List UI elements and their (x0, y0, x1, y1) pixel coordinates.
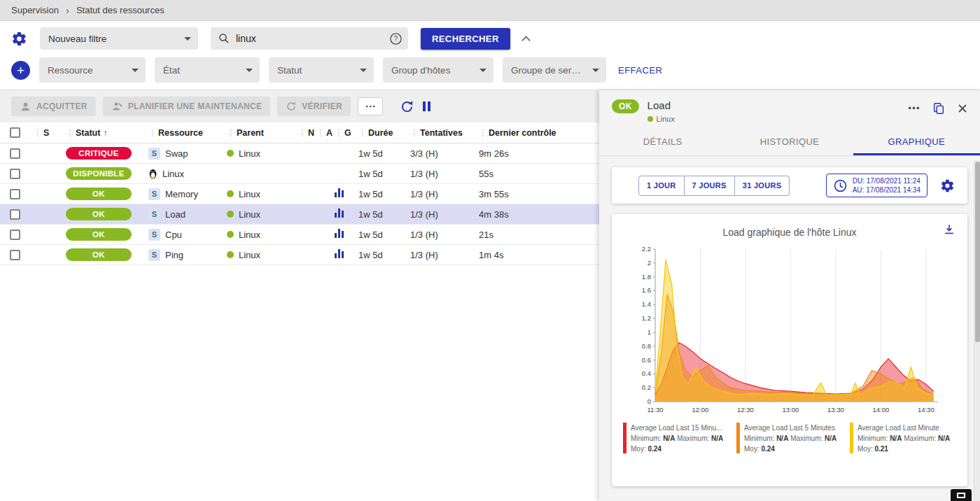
status-badge: OK (66, 188, 132, 200)
set-maintenance-button[interactable]: PLANIFIER UNE MAINTENANCE (103, 97, 271, 116)
graph-settings-gear-icon[interactable] (940, 178, 955, 193)
search-help-icon[interactable]: ? (389, 32, 402, 45)
collapse-filters-chevron-icon[interactable] (522, 36, 531, 45)
export-download-icon[interactable] (942, 223, 956, 237)
tab-details[interactable]: DÉTAILS (599, 129, 726, 155)
check-button[interactable]: VÉRIFIER (277, 97, 351, 116)
svg-text:0.8: 0.8 (642, 342, 651, 350)
clear-filters-button[interactable]: EFFACER (618, 65, 662, 76)
range-31-days-button[interactable]: 31 JOURS (735, 176, 790, 196)
table-row[interactable]: OK SPing Linux 1w 5d 1/3 (H) 1m 4s (0, 245, 599, 265)
graph-chart-icon[interactable] (335, 229, 344, 238)
row-checkbox[interactable] (10, 189, 20, 199)
col-header-state[interactable]: ⋮S (34, 128, 66, 138)
saved-filter-select[interactable]: Nouveau filtre (40, 27, 198, 50)
parent-name: Linux (239, 189, 260, 199)
legend-item-load15[interactable]: Average Load Last 15 Minu... Minimum: N/… (623, 423, 729, 454)
criteria-select-etat[interactable]: État (155, 57, 260, 83)
host-status-dot (648, 116, 653, 122)
criteria-select-groupe-hotes[interactable]: Group d'hôtes (383, 57, 493, 83)
breadcrumb-current-page: Statut des ressources (76, 5, 164, 15)
pause-autorefresh-icon[interactable] (423, 101, 430, 111)
drag-handle-icon: ⋮ (335, 128, 343, 138)
refresh-icon[interactable] (400, 99, 414, 114)
table-row[interactable]: OK SMemory Linux 1w 5d 1/3 (H) 3m 55s (0, 184, 599, 204)
criteria-select-ressource[interactable]: Ressource (39, 57, 146, 83)
tries-value: 1/3 (H) (410, 230, 479, 240)
acknowledge-button[interactable]: ACQUITTER (11, 97, 96, 116)
graph-chart-icon[interactable] (335, 249, 344, 258)
tab-historique[interactable]: HISTORIQUE (726, 129, 853, 155)
legend-item-load5[interactable]: Average Load Last 5 Minutes Minimum: N/A… (736, 423, 843, 454)
row-checkbox[interactable] (10, 209, 20, 220)
custom-time-range-button[interactable]: DU: 17/08/2021 11:24 AU: 17/08/2021 14:3… (826, 174, 927, 197)
criteria-select-statut[interactable]: Statut (269, 57, 374, 83)
close-panel-icon[interactable] (958, 104, 967, 113)
row-checkbox[interactable] (10, 250, 20, 260)
resource-name: Swap (165, 148, 188, 159)
search-button[interactable]: RECHERCHER (421, 28, 510, 50)
graph-chart-icon[interactable] (335, 209, 344, 218)
select-all-checkbox[interactable] (10, 127, 20, 138)
table-row[interactable]: CRITIQUE SSwap Linux 1w 5d 3/3 (H) 9m 26… (0, 143, 599, 164)
row-checkbox[interactable] (10, 169, 20, 179)
row-checkbox[interactable] (10, 230, 20, 240)
last-check-value: 21s (479, 230, 599, 240)
range-7-days-button[interactable]: 7 JOURS (685, 176, 735, 196)
service-type-chip: S (148, 209, 160, 220)
svg-text:12:30: 12:30 (737, 406, 754, 414)
range-1-day-button[interactable]: 1 JOUR (638, 176, 685, 196)
tries-value: 3/3 (H) (410, 148, 479, 159)
svg-text:14:00: 14:00 (872, 406, 889, 414)
drag-handle-icon: ⋮ (316, 128, 325, 138)
load-chart[interactable]: 11:3012:0012:3013:0013:3014:0014:3000.20… (631, 242, 948, 418)
col-header-last-check[interactable]: ⋮Dernier contrôle (479, 128, 599, 138)
row-checkbox[interactable] (10, 148, 20, 159)
more-actions-button[interactable]: ⋯ (358, 97, 383, 115)
search-input[interactable] (236, 33, 384, 44)
col-header-duration[interactable]: ⋮Durée (358, 128, 410, 138)
col-header-n[interactable]: ⋮N (298, 128, 316, 138)
drag-handle-icon: ⋮ (358, 128, 367, 138)
chevron-down-icon (184, 37, 191, 41)
copy-link-icon[interactable] (932, 102, 945, 115)
col-header-parent[interactable]: ⋮Parent (227, 128, 298, 138)
last-check-value: 55s (479, 169, 599, 179)
criteria-select-groupe-services[interactable]: Groupe de ser… (503, 57, 606, 83)
panel-header: OK Load Linux ⋯ (599, 90, 980, 129)
breadcrumb-chevron-icon: › (66, 4, 69, 16)
col-header-status[interactable]: ⋮Statut↑ (66, 128, 148, 138)
duration-value: 1w 5d (358, 148, 410, 159)
scrollbar-thumb[interactable] (975, 162, 980, 342)
drag-handle-icon: ⋮ (410, 128, 419, 138)
tab-graphique[interactable]: GRAPHIQUE (853, 129, 980, 155)
svg-text:1.2: 1.2 (642, 314, 651, 322)
table-row-selected[interactable]: OK SLoad Linux 1w 5d 1/3 (H) 4m 38s (0, 204, 599, 225)
chevron-down-icon (132, 69, 139, 72)
panel-more-icon[interactable]: ⋯ (908, 105, 920, 112)
panel-scrollbar[interactable] (974, 160, 980, 501)
last-check-value: 3m 55s (479, 189, 599, 199)
filter-settings-gear-icon[interactable] (11, 31, 27, 47)
add-criteria-button[interactable]: + (11, 61, 30, 80)
table-row[interactable]: OK SCpu Linux 1w 5d 1/3 (H) 21s (0, 225, 599, 245)
tries-value: 1/3 (H) (410, 169, 479, 179)
col-header-resource[interactable]: ⋮Ressource (148, 128, 227, 138)
table-row[interactable]: DISPONIBLE Linux 1w 5d 1/3 (H) 55s (0, 164, 599, 184)
panel-tabs: DÉTAILS HISTORIQUE GRAPHIQUE (599, 129, 980, 156)
service-type-chip: S (148, 148, 160, 160)
col-header-g[interactable]: ⋮G (335, 128, 358, 138)
drag-handle-icon: ⋮ (34, 128, 42, 138)
graph-chart-icon[interactable] (335, 188, 344, 197)
time-to-label: AU: 17/08/2021 14:34 (853, 185, 920, 195)
parent-name: Linux (239, 230, 260, 240)
parent-status-dot (227, 190, 234, 197)
acknowledge-label: ACQUITTER (36, 101, 88, 111)
col-header-tries[interactable]: ⋮Tentatives (410, 128, 479, 138)
maintenance-icon (111, 101, 123, 113)
legend-item-load1[interactable]: Average Load Last Minute Minimum: N/A Ma… (850, 423, 956, 454)
col-header-a[interactable]: ⋮A (316, 128, 335, 138)
svg-text:14:30: 14:30 (918, 406, 934, 414)
service-type-chip: S (148, 188, 160, 200)
breadcrumb-supervision[interactable]: Supervision (11, 5, 59, 15)
